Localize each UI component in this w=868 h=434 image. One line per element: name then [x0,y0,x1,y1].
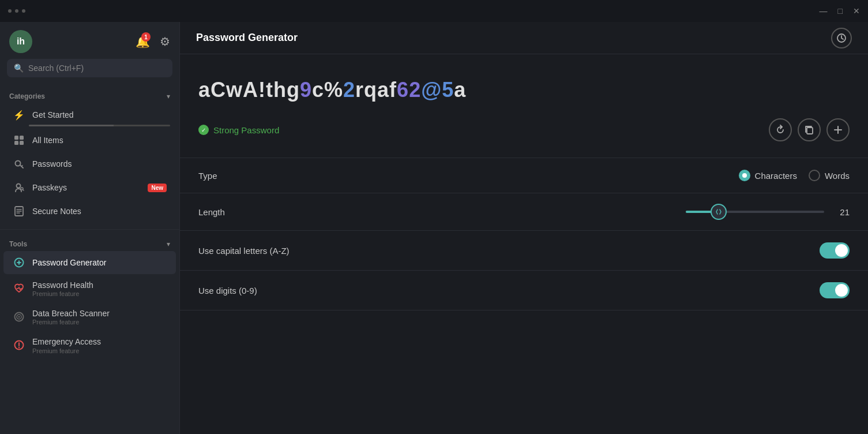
maximize-button[interactable]: □ [838,6,843,16]
titlebar-controls: — □ ✕ [820,6,860,16]
length-option-row: Length 21 [180,193,868,231]
dot-3 [22,9,25,13]
strength-text: Strong Password [213,125,279,135]
grid-icon [13,134,25,147]
pw-part-1: thg [266,77,300,102]
strength-dot: ✓ [198,125,209,135]
emergency-access-label: Emergency Access [32,336,101,347]
length-slider[interactable] [686,205,824,219]
length-value: 21 [833,207,850,217]
sidebar-item-get-started[interactable]: ⚡ Get Started [3,103,176,126]
topbar-right [831,28,852,48]
type-selector: Characters Words [739,170,850,181]
password-display: aCwA!thg9c%2rqaf62@5a [198,77,850,102]
data-breach-item: Data Breach Scanner Premium feature [32,308,110,326]
sidebar-item-data-breach[interactable]: Data Breach Scanner Premium feature [3,303,176,331]
categories-section: Categories ▾ ⚡ Get Started [0,84,179,227]
sidebar-item-emergency-access[interactable]: Emergency Access Premium feature [3,331,176,359]
words-radio[interactable]: Words [809,170,850,181]
sidebar: ih 🔔 1 ⚙ 🔍 Search (Ctrl+F) Categories ▾ … [0,22,180,434]
dot-2 [15,9,18,13]
search-bar[interactable]: 🔍 Search (Ctrl+F) [7,59,172,77]
slider-container: 21 [686,205,850,219]
passkey-icon [13,181,25,194]
categories-label: Categories [9,92,45,100]
sidebar-item-passwords[interactable]: Passwords [3,152,176,175]
dot-1 [8,9,12,13]
emergency-access-item: Emergency Access Premium feature [32,336,101,354]
key-icon [13,158,25,170]
history-button[interactable] [831,28,852,48]
svg-rect-3 [20,141,24,145]
sidebar-item-secure-notes[interactable]: Secure Notes [3,200,176,223]
health-icon [13,282,25,295]
settings-button[interactable]: ⚙ [160,35,170,48]
regenerate-button[interactable] [769,118,792,141]
note-icon [13,205,25,218]
tools-label: Tools [9,240,27,248]
pw-part-4: 2 [343,77,355,102]
svg-rect-1 [20,136,24,140]
svg-point-5 [17,184,21,188]
sidebar-header-right: 🔔 1 ⚙ [133,32,170,51]
sidebar-item-password-health[interactable]: Password Health Premium feature [3,275,176,302]
add-button[interactable] [826,118,850,141]
tools-chevron: ▾ [167,240,170,248]
capital-letters-row: Use capital letters (A-Z) [180,231,868,271]
options-area: Type Characters Words Length [180,158,868,434]
strength-indicator: ✓ Strong Password [198,125,279,135]
data-breach-sub: Premium feature [32,319,110,326]
minimize-button[interactable]: — [820,6,828,16]
sidebar-item-password-generator[interactable]: Password Generator [3,251,176,274]
words-radio-circle [809,170,820,181]
sidebar-item-all-items[interactable]: All Items [3,129,176,152]
password-area: aCwA!thg9c%2rqaf62@5a ✓ Strong Password [180,54,868,158]
svg-rect-2 [14,141,18,145]
digits-toggle[interactable] [820,282,850,298]
flash-icon: ⚡ [13,108,25,121]
pw-part-3: c% [312,77,343,102]
categories-chevron: ▾ [167,92,170,100]
digits-label: Use digits (0-9) [198,286,257,295]
page-title: Password Generator [196,32,298,44]
close-button[interactable]: ✕ [853,6,860,16]
svg-point-9 [18,261,20,264]
pw-part-10: a [454,77,466,102]
categories-header[interactable]: Categories ▾ [0,88,179,103]
characters-radio-circle [739,170,750,181]
pw-part-7: 2 [409,77,421,102]
capital-letters-toggle[interactable] [820,242,850,259]
notifications-button[interactable]: 🔔 1 [133,32,152,51]
passkeys-label: Passkeys [32,183,141,192]
characters-label: Characters [755,171,797,181]
avatar[interactable]: ih [9,30,32,53]
search-placeholder-text: Search (Ctrl+F) [28,63,84,73]
titlebar: — □ ✕ [0,0,868,22]
characters-radio[interactable]: Characters [739,170,797,181]
passwords-label: Passwords [32,159,167,169]
secure-notes-label: Secure Notes [32,207,167,216]
tools-header[interactable]: Tools ▾ [0,235,179,250]
length-label: Length [198,207,225,217]
tools-section: Tools ▾ Password Generator [0,232,179,364]
password-actions [769,118,850,141]
new-badge: New [148,184,167,192]
password-health-item: Password Health Premium feature [32,280,93,297]
notification-badge: 1 [141,32,151,42]
emergency-icon [13,339,25,351]
capital-letters-label: Use capital letters (A-Z) [198,246,290,256]
type-option-row: Type Characters Words [180,158,868,193]
sidebar-divider [0,229,179,230]
pw-part-2: 9 [300,77,312,102]
password-footer: ✓ Strong Password [198,118,850,141]
digits-knob [835,284,848,297]
sidebar-item-passkeys[interactable]: Passkeys New [3,176,176,199]
type-label: Type [198,171,217,181]
password-health-sub: Premium feature [32,290,93,297]
slider-thumb[interactable] [711,204,727,220]
words-label: Words [825,171,850,181]
titlebar-dots [8,9,25,13]
sidebar-header: ih 🔔 1 ⚙ [0,22,179,59]
pw-part-6: 6 [397,77,409,102]
copy-button[interactable] [798,118,821,141]
